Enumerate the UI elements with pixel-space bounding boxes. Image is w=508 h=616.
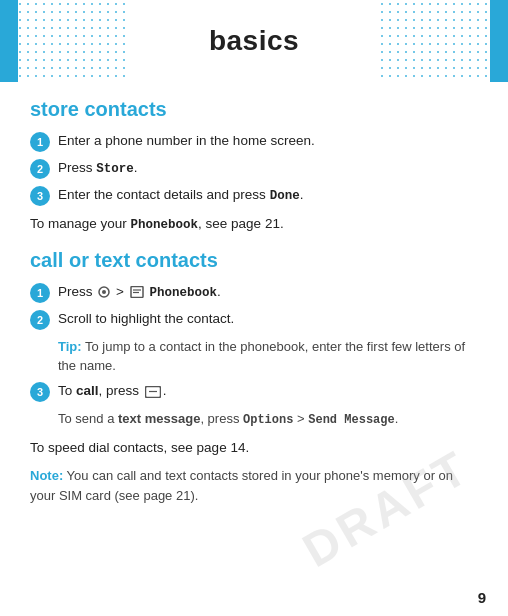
store-contacts-steps: 1 Enter a phone number in the home scree… — [30, 131, 478, 206]
step-number-3: 3 — [30, 382, 50, 402]
step-number-1: 1 — [30, 132, 50, 152]
step-number-2: 2 — [30, 159, 50, 179]
page-number: 9 — [478, 589, 486, 606]
step-text-3: Enter the contact details and press Done… — [58, 185, 303, 205]
blue-bar-left — [0, 0, 18, 82]
inline-code-phonebook2: Phonebook — [149, 286, 217, 300]
tip-block: Tip: To jump to a contact in the phonebo… — [58, 338, 478, 376]
step-text-call-2: Scroll to highlight the contact. — [58, 309, 234, 329]
step-number-1: 1 — [30, 283, 50, 303]
step-item: 3 Enter the contact details and press Do… — [30, 185, 478, 206]
step-number-2: 2 — [30, 310, 50, 330]
send-message-note: To send a text message, press Options > … — [58, 410, 478, 429]
dot-grid-left — [0, 0, 130, 82]
step-text-2: Press Store. — [58, 158, 138, 178]
tip-label: Tip: — [58, 339, 82, 354]
nav-dot-icon — [98, 286, 110, 298]
inline-code-options: Options — [243, 413, 293, 427]
tip-text: To jump to a contact in the phonebook, e… — [58, 339, 465, 373]
page-title: basics — [209, 25, 299, 57]
step-text-call-3: To call, press . — [58, 381, 167, 401]
section-store-contacts: store contacts 1 Enter a phone number in… — [30, 98, 478, 235]
step-item: 1 Enter a phone number in the home scree… — [30, 131, 478, 152]
page-content: store contacts 1 Enter a phone number in… — [0, 82, 508, 517]
svg-point-1 — [102, 290, 106, 294]
section-call-or-text: call or text contacts 1 Press > — [30, 249, 478, 505]
step-item: 3 To call, press . — [30, 381, 478, 402]
call-button-icon — [145, 386, 161, 398]
inline-code-phonebook: Phonebook — [131, 218, 199, 232]
inline-code-store: Store — [96, 162, 134, 176]
phonebook-list-icon — [130, 286, 144, 298]
note-text: You can call and text contacts stored in… — [30, 468, 453, 503]
inline-code-send-message: Send Message — [308, 413, 394, 427]
call-bold: call — [76, 383, 99, 398]
page-header: basics — [0, 0, 508, 82]
text-message-bold: text message — [118, 411, 200, 426]
call-text-steps-2: 3 To call, press . — [30, 381, 478, 402]
call-text-steps: 1 Press > — [30, 282, 478, 330]
speed-dial-note: To speed dial contacts, see page 14. — [30, 438, 478, 458]
dot-grid-right — [378, 0, 508, 82]
section-title-call-text: call or text contacts — [30, 249, 478, 272]
step-item: 2 Press Store. — [30, 158, 478, 179]
store-contacts-note: To manage your Phonebook, see page 21. — [30, 214, 478, 235]
step-text-1: Enter a phone number in the home screen. — [58, 131, 315, 151]
section-title-store-contacts: store contacts — [30, 98, 478, 121]
step-number-3: 3 — [30, 186, 50, 206]
note-label: Note: — [30, 468, 63, 483]
step-item: 2 Scroll to highlight the contact. — [30, 309, 478, 330]
blue-bar-right — [490, 0, 508, 82]
step-text-call-1: Press > P — [58, 282, 221, 302]
step-item: 1 Press > — [30, 282, 478, 303]
inline-code-done: Done — [270, 189, 300, 203]
note-block: Note: You can call and text contacts sto… — [30, 466, 478, 505]
